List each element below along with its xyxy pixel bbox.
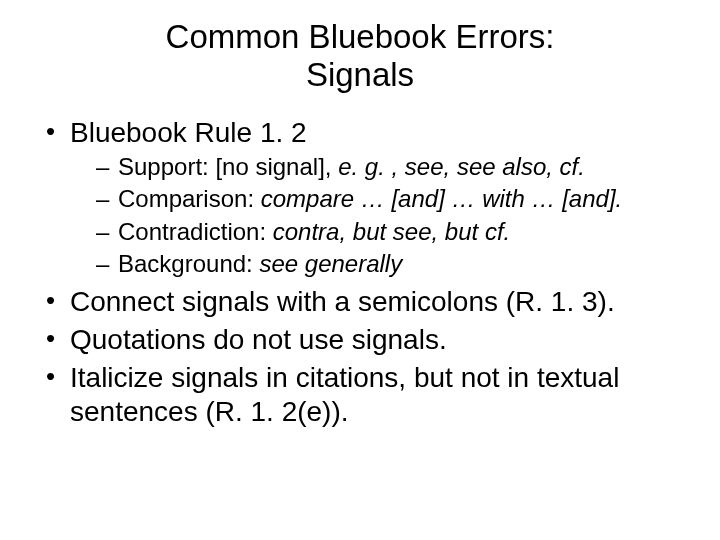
bullet-italicize-text: Italicize signals in citations, but not … bbox=[70, 362, 619, 427]
sub-comparison: Comparison: compare … [and] … with … [an… bbox=[96, 184, 680, 214]
sub-contradiction-label: Contradiction: bbox=[118, 218, 273, 245]
sub-support-label: Support: [no signal], bbox=[118, 153, 338, 180]
sub-contradiction: Contradiction: contra, but see, but cf. bbox=[96, 217, 680, 247]
slide: Common Bluebook Errors: Signals Bluebook… bbox=[0, 0, 720, 540]
title-line-2: Signals bbox=[306, 56, 414, 93]
bullet-rule-text: Bluebook Rule 1. 2 bbox=[70, 117, 307, 148]
sub-support-italic: e. g. , see, see also, cf. bbox=[338, 153, 585, 180]
slide-title: Common Bluebook Errors: Signals bbox=[40, 18, 680, 94]
sub-background-italic: see generally bbox=[259, 250, 402, 277]
title-line-1: Common Bluebook Errors: bbox=[166, 18, 555, 55]
bullet-connect-text: Connect signals with a semicolons (R. 1.… bbox=[70, 286, 615, 317]
bullet-quotations-text: Quotations do not use signals. bbox=[70, 324, 447, 355]
bullet-italicize: Italicize signals in citations, but not … bbox=[40, 361, 680, 429]
sub-list: Support: [no signal], e. g. , see, see a… bbox=[70, 152, 680, 279]
sub-background: Background: see generally bbox=[96, 249, 680, 279]
sub-background-label: Background: bbox=[118, 250, 259, 277]
sub-contradiction-italic: contra, but see, but cf. bbox=[273, 218, 510, 245]
sub-support: Support: [no signal], e. g. , see, see a… bbox=[96, 152, 680, 182]
sub-comparison-label: Comparison: bbox=[118, 185, 261, 212]
bullet-quotations: Quotations do not use signals. bbox=[40, 323, 680, 357]
sub-comparison-italic: compare … [and] … with … [and]. bbox=[261, 185, 623, 212]
bullet-list: Bluebook Rule 1. 2 Support: [no signal],… bbox=[40, 116, 680, 430]
bullet-connect: Connect signals with a semicolons (R. 1.… bbox=[40, 285, 680, 319]
bullet-rule: Bluebook Rule 1. 2 Support: [no signal],… bbox=[40, 116, 680, 279]
